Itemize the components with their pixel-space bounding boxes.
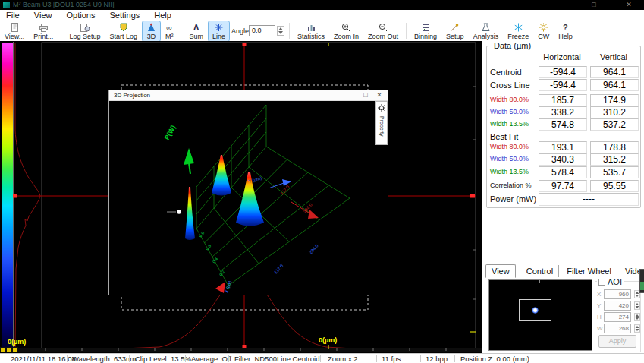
status-position-z: Position Z: 0.00 (mm) xyxy=(460,355,529,363)
menu-view[interactable]: View xyxy=(28,10,58,21)
blue-tick: 234.0 xyxy=(308,243,319,255)
data-row-width50: Width 50.0% 338.2 310.2 xyxy=(490,106,639,118)
status-separator xyxy=(320,355,321,362)
status-bar: 2021/11/11 18:16:08 Wavelength: 633nm Cl… xyxy=(0,353,644,363)
aoi-h-input[interactable]: 274 xyxy=(604,312,631,322)
data-row-bestfit-width80: Width 80.0% 193.1 178.8 xyxy=(490,141,639,153)
status-zoom: Zoom x 2 xyxy=(328,355,358,363)
3d-button[interactable]: 3D xyxy=(143,21,160,41)
data-row-width80: Width 80.0% 185.7 174.9 xyxy=(490,94,639,106)
toolbar-separator xyxy=(289,23,290,39)
log-setup-icon xyxy=(80,23,90,33)
property-tab[interactable]: Property xyxy=(375,101,388,145)
tab-view[interactable]: View xyxy=(485,264,516,278)
angle-spinner[interactable] xyxy=(277,26,284,36)
data-groupbox: Data (µm) Horizontal Vertical Centroid -… xyxy=(486,46,641,208)
green-tick: 0.2 xyxy=(218,270,225,277)
3d-cursor-dot[interactable] xyxy=(177,210,181,214)
data-row-bestfit-width50: Width 50.0% 340.3 315.2 xyxy=(490,153,639,166)
projection-close-button[interactable]: ✕ xyxy=(372,90,386,100)
zoom-in-button[interactable]: Zoom In xyxy=(330,21,363,41)
print-button[interactable]: Print... xyxy=(30,21,57,41)
freeze-button[interactable]: Freeze xyxy=(504,21,532,41)
close-button[interactable]: ✕ xyxy=(617,0,640,10)
bar-chart-icon xyxy=(306,23,316,33)
projection-maximize-button[interactable]: □ xyxy=(359,90,372,100)
menu-options[interactable]: Options xyxy=(61,10,102,21)
cw-button[interactable]: CW xyxy=(534,21,553,41)
aoi-h-spinner[interactable] xyxy=(634,313,640,320)
data-row-correlation: Correlation % 97.74 95.55 xyxy=(490,180,639,192)
analysis-button[interactable]: Analysis xyxy=(470,21,503,41)
toolbar-separator xyxy=(181,23,181,39)
flask-icon xyxy=(481,23,491,33)
help-button[interactable]: ? Help xyxy=(554,21,576,41)
angle-label: Angle xyxy=(231,27,249,35)
apply-button[interactable]: Apply xyxy=(598,335,636,348)
toolbar: View... Print... Log Setup Start Log 3D … xyxy=(0,21,644,42)
minimize-button[interactable]: — xyxy=(548,0,570,10)
crosshair-left-marker[interactable] xyxy=(13,194,17,198)
angle-control: Angle 0.0 xyxy=(231,25,284,36)
grid-binning-icon xyxy=(421,23,431,33)
start-log-button[interactable]: Start Log xyxy=(105,21,141,41)
m2-button[interactable]: ∞ M² xyxy=(162,21,177,41)
aoi-field-x: X 960 xyxy=(597,289,638,299)
menu-bar: File View Options Settings Help xyxy=(0,10,644,21)
data-row-power: Power (mW) ---- xyxy=(490,193,639,205)
line-button[interactable]: Line xyxy=(209,21,229,41)
aoi-field-h: H 274 xyxy=(597,312,638,322)
red-tick: 117.0 xyxy=(279,184,291,195)
aoi-w-input[interactable]: 268 xyxy=(604,324,631,333)
statistics-button[interactable]: Statistics xyxy=(294,21,328,41)
magnifier-plus-icon xyxy=(341,23,351,33)
zoom-out-button[interactable]: Zoom Out xyxy=(364,21,402,41)
aoi-w-spinner[interactable] xyxy=(634,324,640,332)
p-axis-arrow xyxy=(184,148,194,165)
3d-projection-titlebar[interactable]: 3D Projection □ ✕ xyxy=(109,90,388,101)
star-line-icon xyxy=(214,23,224,33)
menu-file[interactable]: File xyxy=(0,10,26,21)
z-slider-thumb[interactable] xyxy=(640,282,644,290)
beam-display-area[interactable]: 0(µm) 0(µm) 3D Projection □ ✕ xyxy=(0,41,482,353)
title-bar: M² Beam U3 [DOU1 0254 U9 NII] — □ ✕ xyxy=(0,0,644,10)
camera-preview[interactable] xyxy=(488,279,592,351)
setup-button[interactable]: Setup xyxy=(442,21,468,41)
menu-settings[interactable]: Settings xyxy=(104,10,146,21)
status-separator xyxy=(272,355,272,362)
3d-projection-window[interactable]: 3D Projection □ ✕ xyxy=(108,90,388,295)
app-icon xyxy=(3,2,10,8)
3d-projection-body[interactable]: P(W) 0.8 0.6 0.4 0.2 0.0 117.0 xyxy=(109,101,388,295)
aoi-y-spinner[interactable] xyxy=(634,301,640,309)
horizontal-zero-label: 0(µm) xyxy=(319,336,337,344)
tab-filter-wheel[interactable]: Filter Wheel xyxy=(561,265,617,277)
crosshair-right-marker[interactable] xyxy=(470,194,475,198)
aoi-x-input[interactable]: 960 xyxy=(604,289,631,299)
aoi-y-input[interactable]: 420 xyxy=(604,301,631,311)
status-separator xyxy=(228,355,229,362)
z-position-slider[interactable] xyxy=(639,269,644,293)
menu-help[interactable]: Help xyxy=(148,10,177,21)
crosshair-top-marker[interactable] xyxy=(243,43,247,46)
printer-icon xyxy=(38,23,49,33)
status-datetime: 2021/11/11 18:16:08 xyxy=(11,355,76,363)
aoi-field-y: Y 420 xyxy=(597,301,638,311)
status-separator xyxy=(376,355,377,362)
aoi-checkbox[interactable] xyxy=(598,279,605,286)
status-separator xyxy=(129,355,130,362)
binning-button[interactable]: Binning xyxy=(410,21,441,41)
wand-icon xyxy=(450,23,460,33)
question-icon: ? xyxy=(563,23,568,33)
aoi-groupbox: AOI X 960 Y 420 H 274 W 268 App xyxy=(595,281,641,352)
view-button[interactable]: View... xyxy=(1,21,28,41)
toolbar-separator xyxy=(406,23,407,39)
data-row-bestfit-width135: Width 13.5% 578.4 535.7 xyxy=(490,166,639,178)
angle-input[interactable]: 0.0 xyxy=(249,25,275,36)
status-separator xyxy=(420,355,421,362)
maximize-button[interactable]: □ xyxy=(583,0,605,10)
tab-control[interactable]: Control xyxy=(521,265,559,277)
status-separator xyxy=(454,355,455,362)
sum-button[interactable]: Λ Sum xyxy=(185,21,207,41)
beam-peak-center xyxy=(212,155,231,196)
log-setup-button[interactable]: Log Setup xyxy=(65,21,104,41)
